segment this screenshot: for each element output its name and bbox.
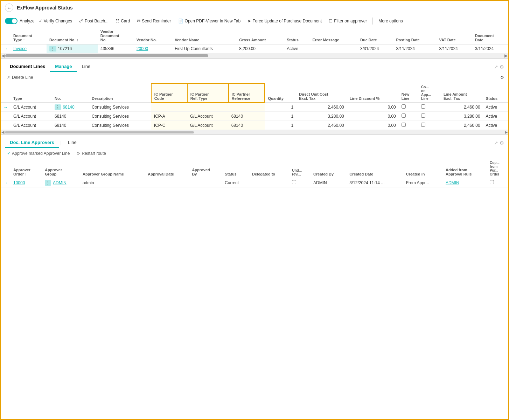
col-due-date: Due Date [357,27,393,44]
table-row: → Invoice ⋮107216 435346 20000 First Up … [1,44,508,53]
approvers-row1-group-link[interactable]: ADMIN [53,180,67,185]
back-button[interactable]: ← [5,4,13,12]
lines-row3-ic-reference: 68140 [229,121,265,130]
lines-settings-icon[interactable]: ⚙ [500,75,504,80]
lines-row1-con-app [418,103,441,112]
approvers-row1-created-date: 3/12/2024 11:14 ... [347,178,403,187]
lines-row3-ic-code: ICP-C [151,121,187,130]
open-pdf-button[interactable]: 📄 Open PDF-Viewer in New Tab [175,17,244,25]
doc-no-cell: ⋮107216 [47,44,98,53]
approvers-col-cop-pur: Cop...fromPur...Order [487,159,508,178]
settings-icon-1[interactable]: ⚙ [500,64,504,70]
main-table: DocumentType ↑ Document No. ↑ VendorDocu… [1,27,508,53]
tab-doc-line-approvers[interactable]: Doc. Line Approvers [5,138,59,148]
lines-row1-ic-ref-type [187,103,229,112]
lines-scroll-thumb[interactable] [5,131,194,133]
vendor-no-link[interactable]: 20000 [137,46,148,51]
lines-row3-con-app-check[interactable] [421,123,425,127]
lines-scroll-left[interactable]: ◀ [1,130,5,135]
settings-icon-2[interactable]: ⚙ [500,140,504,146]
scroll-right-arrow[interactable]: ▶ [504,53,508,58]
lines-row3-ic-ref-type: G/L Account [187,121,229,130]
analyze-toggle[interactable]: Analyze [5,18,35,24]
col-vat-date: VAT Date [436,27,472,44]
lines-scroll-bar[interactable]: ◀ ▶ [1,130,508,134]
approvers-row1-order: 10000 [11,178,42,187]
approve-line-button[interactable]: ✓ Approve marked Approver Line [5,150,72,157]
lines-row2-con-app-check[interactable] [421,113,425,118]
check-icon: ✓ [7,151,11,156]
approvers-row1-added-link[interactable]: ADMIN [446,180,459,185]
approvers-col-und-revi: Und...revi... [289,159,311,178]
col-document-date: DocumentDate [472,27,508,44]
col-vendor-no: Vendor No. [134,27,172,44]
card-icon: ☷ [116,19,119,23]
vendor-doc-no-cell: 435346 [98,44,134,53]
lines-row1-ic-code [151,103,187,112]
approvers-col-spacer [1,159,11,178]
col-vendor-doc-no: VendorDocumentNo. [98,27,134,44]
expand-icon-1[interactable]: ↗ [494,64,498,70]
tab-line[interactable]: Line [77,62,96,72]
lines-col-no: No. [52,83,89,103]
scroll-thumb[interactable] [5,54,208,57]
approvers-row1-cop-pur [487,178,508,187]
approvers-subtoolbar: ✓ Approve marked Approver Line ⟳ Restart… [1,148,508,159]
invoice-link[interactable]: Invoice [13,46,27,51]
lines-row1-new-line-check[interactable] [402,104,406,109]
approvers-row1-menu[interactable]: ⋮ [45,180,51,186]
lines-row3-no: 68140 [52,121,89,130]
lines-row3-status: Active [483,121,508,130]
lines-row2-arrow [1,112,11,121]
toolbar: Analyze ✓ Verify Changes ☍ Post Batch...… [1,15,508,27]
post-batch-button[interactable]: ☍ Post Batch... [76,17,111,25]
tab-document-lines[interactable]: Document Lines [5,62,50,72]
tab-approvers-line[interactable]: Line [63,138,82,148]
vendor-name-cell: First Up Consultants [172,44,236,53]
delete-icon: ✗ [7,75,11,80]
scroll-left-arrow[interactable]: ◀ [1,53,5,58]
tab-manage[interactable]: Manage [50,62,77,72]
card-button[interactable]: ☷ Card [113,17,133,25]
toggle-switch[interactable] [5,18,18,24]
lines-row1-status: Active [483,103,508,112]
lines-row2-discount: 0.00 [347,112,399,121]
verify-changes-button[interactable]: ✓ Verify Changes [36,17,75,25]
lines-row2-con-app [418,112,441,121]
delete-line-button[interactable]: ✗ Delete Line [5,74,35,81]
approvers-row1-group-name: admin [80,178,145,187]
lines-scroll-right[interactable]: ▶ [504,130,508,135]
lines-row1-menu[interactable]: ⋮ [55,104,61,110]
row-menu-btn[interactable]: ⋮ [49,46,56,51]
filter-approver-button[interactable]: ☐ Filter on approver [326,17,370,25]
analyze-label: Analyze [20,19,35,23]
lines-row3-new-line [399,121,418,130]
posting-date-cell: 3/11/2024 [393,44,436,53]
approvers-row1-order-link[interactable]: 10000 [13,180,25,185]
back-icon: ← [7,5,11,11]
lines-row3-con-app [418,121,441,130]
lines-row2-new-line-check[interactable] [402,113,406,118]
doc-type-cell: Invoice [11,44,47,53]
lines-row3-new-line-check[interactable] [402,123,406,127]
main-scroll-bar[interactable]: ◀ ▶ [1,53,508,58]
lines-row2-desc: Consulting Services [89,112,151,121]
approvers-row1-cop-check[interactable] [490,180,494,184]
approvers-row1-created-in: From Appr... [403,178,443,187]
force-update-button[interactable]: ➤ Force Update of Purchase Document [245,17,325,25]
status-cell: Active [284,44,309,53]
reminder-icon: ✉ [137,19,140,23]
lines-row3-discount: 0.00 [347,121,399,130]
send-reminder-button[interactable]: ✉ Send Reminder [134,17,174,25]
approvers-header-row: ApproverOrder ↑ ApproverGroup Approver G… [1,159,508,178]
approvers-row1-und-check[interactable] [292,180,296,184]
lines-row1-no-link[interactable]: 68140 [63,105,74,110]
expand-icon-2[interactable]: ↗ [494,140,498,146]
lines-col-status: Status [483,83,508,103]
post-icon: ☍ [79,19,83,23]
main-table-area: DocumentType ↑ Document No. ↑ VendorDocu… [1,27,508,53]
more-options-button[interactable]: More options [376,17,405,25]
restart-route-button[interactable]: ⟳ Restart route [75,150,108,157]
col-doc-type: DocumentType ↑ [11,27,47,44]
lines-row1-con-app-check[interactable] [421,104,425,109]
